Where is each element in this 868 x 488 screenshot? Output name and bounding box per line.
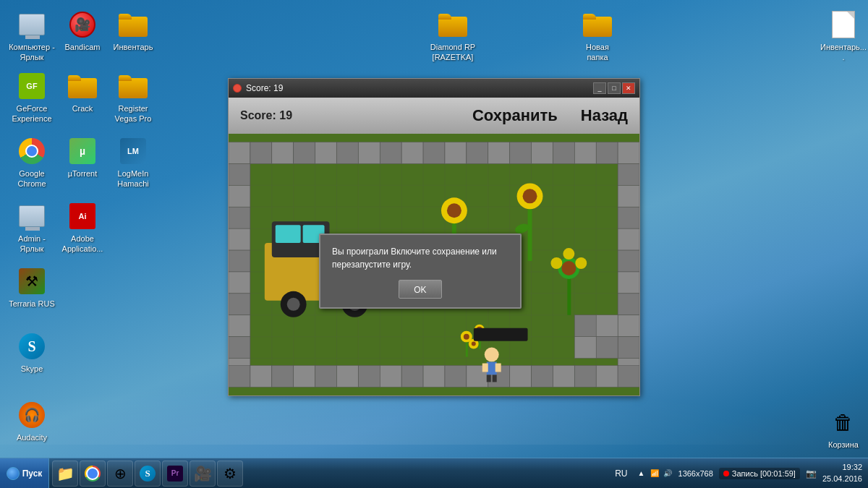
explorer-icon: 📁 [56,465,75,482]
tray-network-icon: 📶 [650,468,660,479]
icon-label: Terraria RUS [9,299,55,309]
back-button[interactable]: Назад [581,106,628,125]
start-label: Пуск [22,468,43,479]
icon-label: Adobe Applicatio... [59,234,106,254]
taskbar-item2[interactable]: ⊕ [107,461,133,487]
desktop-icon-skype[interactable]: S Skype [6,329,58,377]
chrome-taskbar-icon [85,466,101,481]
svg-rect-128 [493,374,497,382]
svg-rect-4 [294,142,315,164]
tray-arrow-icon[interactable]: ▲ [637,468,647,479]
taskbar-icon2: ⊕ [114,465,127,482]
record-icon: 🎥 [194,465,212,482]
camera-icon: 📷 [806,468,817,479]
taskbar-explorer[interactable]: 📁 [52,461,78,487]
svg-rect-125 [482,364,488,372]
taskbar-record[interactable]: 🎥 [190,461,216,487]
window-controls: _ □ ✕ [593,82,635,94]
svg-rect-16 [553,142,574,164]
svg-rect-58 [618,366,639,388]
taskbar-skype[interactable]: S [135,461,161,487]
svg-rect-40 [229,366,250,388]
desktop-icon-terraria[interactable]: ⚒ Terraria RUS [6,264,58,312]
maximize-button[interactable]: □ [608,82,621,94]
icon-label: µTorrent [68,168,98,179]
desktop-icon-vegas[interactable]: Register Vegas Pro [107,69,159,127]
svg-rect-19 [618,142,639,164]
minimize-button[interactable]: _ [593,82,606,94]
start-button[interactable]: Пуск [0,458,49,489]
svg-rect-28 [229,337,250,359]
svg-rect-53 [510,366,532,388]
desktop-icon-logmein[interactable]: LM LogMeIn Hamachi [107,134,159,192]
desktop-icon-recycle[interactable]: 🗑 Корзина [817,405,868,453]
svg-rect-37 [618,315,639,337]
record-status: Запись [00:01:59] [719,468,800,479]
icon-label: Register Vegas Pro [110,103,156,124]
svg-rect-41 [250,366,272,388]
taskbar-settings[interactable]: ⚙ [217,461,243,487]
svg-rect-93 [276,225,301,243]
svg-rect-17 [574,142,596,164]
svg-rect-88 [596,315,618,337]
icon-label: Diamond RP [RAZETKA] [430,42,476,63]
svg-rect-31 [618,185,639,207]
taskbar-chrome[interactable] [80,461,106,487]
desktop-icon-newfolder[interactable]: Новая папка [571,7,624,66]
taskbar-right: RU ▲ 📶 🔊 1366x768 Запись [00:01:59] 📷 19… [606,462,868,484]
system-tray: ▲ 📶 🔊 [637,468,673,479]
close-button[interactable]: ✕ [622,82,635,94]
svg-rect-7 [358,142,380,164]
svg-rect-13 [488,142,510,164]
svg-rect-21 [229,185,250,207]
dialog-ok-button[interactable]: OK [399,280,442,299]
svg-rect-8 [380,142,401,164]
utorrent-icon: µ [68,137,97,166]
svg-rect-12 [467,142,488,164]
svg-rect-42 [272,366,294,388]
taskbar-premiere[interactable]: Pr [162,461,188,487]
desktop-icon-inventory[interactable]: Инвентарь [107,7,159,55]
desktop-icon-bandicam[interactable]: 🎥 Bandicam [56,7,109,55]
icon-label: Skype [21,364,43,374]
language-indicator: RU [612,467,630,480]
svg-rect-127 [487,374,491,382]
svg-rect-32 [618,207,639,228]
svg-rect-22 [229,207,250,228]
desktop-icon-chrome[interactable]: Google Chrome [6,134,58,192]
svg-point-106 [523,189,537,203]
tray-volume-icon: 🔊 [663,468,673,479]
audacity-icon: 🎧 [17,401,46,429]
svg-rect-55 [553,366,574,388]
svg-rect-47 [380,366,401,388]
desktop-icon-utorrent[interactable]: µ µTorrent [56,134,109,181]
icon-label: Корзина [828,440,859,450]
svg-point-110 [563,248,574,260]
save-button[interactable]: Сохранить [472,106,558,125]
clock[interactable]: 19:32 25.04.2016 [822,462,862,484]
game-canvas: Вы проиграли Включите сохранение или пер… [229,134,639,395]
desktop-icon-admin[interactable]: Admin - Ярлык [6,199,58,257]
icon-label: Bandicam [65,42,101,52]
desktop-icon-audacity[interactable]: 🎧 Audacity [6,398,58,445]
svg-rect-57 [596,366,618,388]
desktop-icon-diamond[interactable]: Diamond RP [RAZETKA] [427,7,479,66]
desktop-icon-computer[interactable]: Компьютер - Ярлык [6,7,58,66]
desktop-icon-adobe[interactable]: Ai Adobe Applicatio... [56,199,109,257]
resolution-indicator: 1366x768 [678,469,713,478]
desktop-icon-crack[interactable]: Crack [56,69,109,116]
svg-rect-10 [423,142,445,164]
svg-rect-87 [574,315,596,337]
svg-rect-23 [229,228,250,250]
desktop-icon-inventory2[interactable]: Инвентарь.... [817,7,868,66]
game-area: Score: 19 Сохранить Назад [229,98,639,395]
date-display: 25.04.2016 [822,474,862,484]
settings-icon: ⚙ [224,465,237,482]
desktop-icon-geforce[interactable]: GF GeForce Experience [6,69,58,127]
game-header: Score: 19 Сохранить Назад [229,98,639,134]
svg-rect-122 [474,328,528,341]
svg-rect-124 [487,362,497,375]
icon-label: GeForce Experience [9,103,55,124]
admin-icon [17,202,46,231]
window-title: Score: 19 [246,83,589,93]
